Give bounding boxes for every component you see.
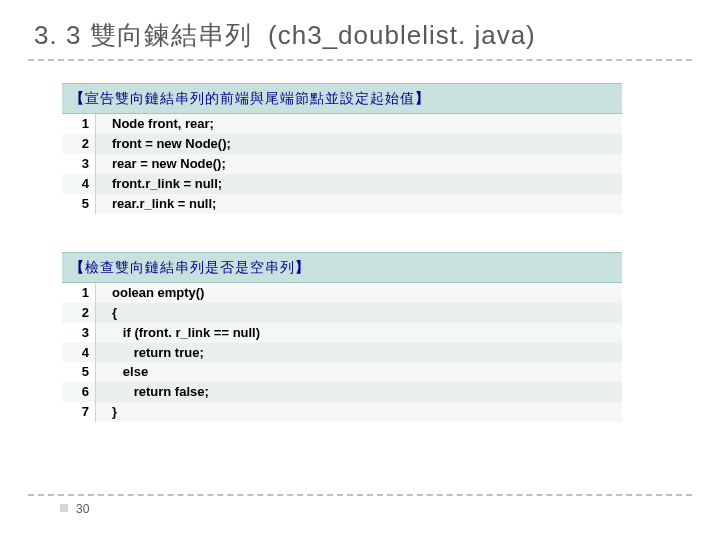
code-text: front = new Node(); xyxy=(96,134,622,154)
section-title-zh: 雙向鍊結串列 xyxy=(90,20,252,50)
code-line: 4 return true; xyxy=(62,343,622,363)
code-block-header: 【檢查雙向鏈結串列是否是空串列】 xyxy=(62,252,622,283)
spacer xyxy=(28,214,692,252)
line-number: 7 xyxy=(62,402,96,422)
line-number: 2 xyxy=(62,303,96,323)
code-line: 2 { xyxy=(62,303,622,323)
bracket-close: 】 xyxy=(415,91,430,106)
code-text: front.r_link = null; xyxy=(96,174,622,194)
page-number-value: 30 xyxy=(76,502,89,516)
code-line: 5 else xyxy=(62,362,622,382)
line-number: 4 xyxy=(62,343,96,363)
footer: 30 xyxy=(28,494,692,516)
line-number: 3 xyxy=(62,323,96,343)
line-number: 1 xyxy=(62,283,96,303)
line-number: 4 xyxy=(62,174,96,194)
line-number: 6 xyxy=(62,382,96,402)
header-text: 檢查雙向鏈結串列是否是空串列 xyxy=(85,260,295,275)
line-number: 3 xyxy=(62,154,96,174)
bracket-open: 【 xyxy=(70,91,85,106)
code-block-header: 【宣告雙向鏈結串列的前端與尾端節點並設定起始值】 xyxy=(62,83,622,114)
code-text: oolean empty() xyxy=(96,283,622,303)
code-block-declare: 【宣告雙向鏈結串列的前端與尾端節點並設定起始值】 1 Node front, r… xyxy=(62,83,622,214)
slide: 3. 3 雙向鍊結串列 (ch3_doublelist. java) 【宣告雙向… xyxy=(0,0,720,540)
code-text: else xyxy=(96,362,622,382)
code-line: 7 } xyxy=(62,402,622,422)
code-line: 4 front.r_link = null; xyxy=(62,174,622,194)
line-number: 1 xyxy=(62,114,96,134)
code-text: rear.r_link = null; xyxy=(96,194,622,214)
code-text: Node front, rear; xyxy=(96,114,622,134)
code-text: return true; xyxy=(96,343,622,363)
code-line: 6 return false; xyxy=(62,382,622,402)
slide-title: 3. 3 雙向鍊結串列 (ch3_doublelist. java) xyxy=(28,18,692,53)
section-number: 3. 3 xyxy=(34,20,81,50)
code-block-check-empty: 【檢查雙向鏈結串列是否是空串列】 1 oolean empty() 2 { 3 … xyxy=(62,252,622,423)
code-text: rear = new Node(); xyxy=(96,154,622,174)
bracket-close: 】 xyxy=(295,260,310,275)
line-number: 5 xyxy=(62,362,96,382)
title-divider xyxy=(28,59,692,61)
code-text: } xyxy=(96,402,622,422)
bullet-icon xyxy=(60,504,68,512)
line-number: 5 xyxy=(62,194,96,214)
header-text: 宣告雙向鏈結串列的前端與尾端節點並設定起始值 xyxy=(85,91,415,106)
code-line: 1 Node front, rear; xyxy=(62,114,622,134)
line-number: 2 xyxy=(62,134,96,154)
code-line: 3 if (front. r_link == null) xyxy=(62,323,622,343)
bracket-open: 【 xyxy=(70,260,85,275)
section-title-paren: (ch3_doublelist. java) xyxy=(268,20,536,50)
code-text: { xyxy=(96,303,622,323)
code-line: 2 front = new Node(); xyxy=(62,134,622,154)
footer-divider xyxy=(28,494,692,496)
code-text: return false; xyxy=(96,382,622,402)
code-line: 3 rear = new Node(); xyxy=(62,154,622,174)
page-number: 30 xyxy=(60,502,692,516)
code-line: 5 rear.r_link = null; xyxy=(62,194,622,214)
code-text: if (front. r_link == null) xyxy=(96,323,622,343)
code-line: 1 oolean empty() xyxy=(62,283,622,303)
